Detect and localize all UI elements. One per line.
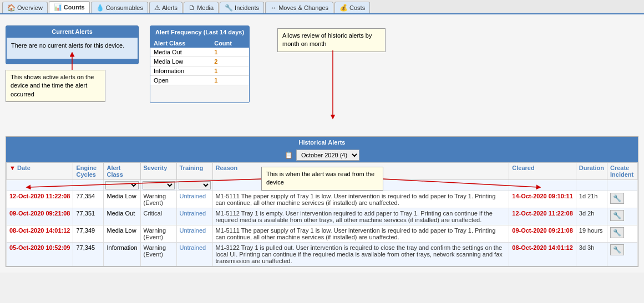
severity-filter-select[interactable] xyxy=(143,181,175,189)
row-reason: M1-5111 The paper supply of Tray 1 is lo… xyxy=(212,225,509,243)
filter-date xyxy=(7,180,73,191)
incidents-icon: 🔧 xyxy=(225,4,233,12)
table-wrapper: This is when the alert was read from the… xyxy=(6,162,638,266)
create-incident-button[interactable]: 🔧 xyxy=(610,227,624,238)
freq-class: Media Low xyxy=(150,57,211,66)
row-cleared: 08-Oct-2020 14:01:12 xyxy=(509,243,576,266)
media-icon: 🗋 xyxy=(189,4,195,12)
filter-duration xyxy=(576,180,607,191)
freq-table-row: Media Out1 xyxy=(150,48,249,57)
historical-alerts-section: Historical Alerts 📋 October 2020 (4)Sept… xyxy=(6,136,638,267)
costs-icon: 💰 xyxy=(339,4,348,12)
filter-engine xyxy=(73,180,104,191)
consumables-icon: 💧 xyxy=(96,4,104,12)
table-row: 12-Oct-2020 11:22:08 77,354 Media Low Wa… xyxy=(7,191,638,208)
count-header: Count xyxy=(211,39,249,48)
create-incident-button[interactable]: 🔧 xyxy=(610,244,624,255)
row-alertclass: Information xyxy=(104,243,140,266)
row-severity: Warning (Event) xyxy=(140,191,176,208)
create-incident-button[interactable]: 🔧 xyxy=(610,193,624,204)
filter-alertclass xyxy=(104,180,140,191)
row-create-incident[interactable]: 🔧 xyxy=(607,225,638,243)
row-duration: 1d 21h xyxy=(576,191,607,208)
row-training: Untrained xyxy=(176,225,212,243)
row-reason: M1-5112 Tray 1 is empty. User interventi… xyxy=(212,208,509,225)
row-training: Untrained xyxy=(176,243,212,266)
row-training: Untrained xyxy=(176,191,212,208)
left-annotation-box: This shows active alerts on the device a… xyxy=(6,70,105,102)
row-severity: Critical xyxy=(140,208,176,225)
alert-frequency-title: Alert Frequency (Last 14 days) xyxy=(150,26,249,39)
month-select[interactable]: October 2020 (4)September 2020August 202… xyxy=(296,150,359,161)
row-reason: M1-5111 The paper supply of Tray 1 is lo… xyxy=(212,191,509,208)
row-severity: Warning (Event) xyxy=(140,225,176,243)
row-reason: M1-3122 Tray 1 is pulled out. User inter… xyxy=(212,243,509,266)
freq-table-row: Media Low2 xyxy=(150,57,249,66)
row-alertclass: Media Low xyxy=(104,225,140,243)
row-duration: 19 hours xyxy=(576,225,607,243)
table-row: 09-Oct-2020 09:21:08 77,351 Media Out Cr… xyxy=(7,208,638,225)
table-row: 08-Oct-2020 14:01:12 77,349 Media Low Wa… xyxy=(7,225,638,243)
current-alerts-text: There are no current alerts for this dev… xyxy=(11,42,124,49)
freq-count: 1 xyxy=(211,66,249,76)
export-icon: 📋 xyxy=(285,151,293,159)
row-create-incident[interactable]: 🔧 xyxy=(607,243,638,266)
alertclass-filter-select[interactable] xyxy=(105,181,138,189)
row-severity: Warning (Event) xyxy=(140,243,176,266)
th-cleared[interactable]: Cleared xyxy=(509,163,576,180)
tab-media[interactable]: 🗋 Media xyxy=(184,2,219,13)
th-engine-cycles[interactable]: Engine Cycles xyxy=(73,163,104,180)
tab-counts[interactable]: 📊 Counts xyxy=(49,1,90,13)
freq-count: 2 xyxy=(211,57,249,66)
alerts-icon: ⚠ xyxy=(154,4,160,12)
th-date[interactable]: ▼ Date xyxy=(7,163,73,180)
historical-alerts-header: Historical Alerts xyxy=(6,137,638,148)
freq-count: 1 xyxy=(211,48,249,57)
th-duration[interactable]: Duration xyxy=(576,163,607,180)
tab-alerts[interactable]: ⚠ Alerts xyxy=(149,2,182,13)
freq-count: 1 xyxy=(211,76,249,85)
counts-icon: 📊 xyxy=(54,3,62,11)
freq-class: Media Out xyxy=(150,48,211,57)
filter-create xyxy=(607,180,638,191)
row-date: 09-Oct-2020 09:21:08 xyxy=(7,208,73,225)
tab-consumables[interactable]: 💧 Consumables xyxy=(91,2,148,13)
row-engine: 77,354 xyxy=(73,191,104,208)
historic-annotation-box: Allows review of historic alerts by mont… xyxy=(277,28,386,52)
row-alertclass: Media Low xyxy=(104,191,140,208)
tab-moves-changes[interactable]: ↔ Moves & Changes xyxy=(265,2,333,13)
row-cleared: 12-Oct-2020 11:22:08 xyxy=(509,208,576,225)
row-cleared: 14-Oct-2020 09:10:11 xyxy=(509,191,576,208)
tab-bar: 🏠 Overview 📊 Counts 💧 Consumables ⚠ Aler… xyxy=(0,0,644,14)
training-filter-select[interactable] xyxy=(179,181,211,189)
row-alertclass: Media Out xyxy=(104,208,140,225)
tab-overview[interactable]: 🏠 Overview xyxy=(2,2,48,13)
freq-table-row: Information1 xyxy=(150,66,249,76)
row-date: 12-Oct-2020 11:22:08 xyxy=(7,191,73,208)
freq-class: Open xyxy=(150,76,211,85)
alert-class-header: Alert Class xyxy=(150,39,211,48)
tab-costs[interactable]: 💰 Costs xyxy=(334,2,370,13)
alert-frequency-table: Alert Class Count Media Out1Media Low2In… xyxy=(150,39,249,85)
th-severity[interactable]: Severity xyxy=(140,163,176,180)
row-engine: 77,351 xyxy=(73,208,104,225)
moves-icon: ↔ xyxy=(270,4,277,12)
row-create-incident[interactable]: 🔧 xyxy=(607,208,638,225)
row-create-incident[interactable]: 🔧 xyxy=(607,191,638,208)
main-content: Current Alerts There are no current aler… xyxy=(0,14,644,273)
current-alerts-box: Current Alerts There are no current aler… xyxy=(6,25,139,64)
top-area: Current Alerts There are no current aler… xyxy=(6,20,638,131)
th-alert-class[interactable]: Alert Class xyxy=(104,163,140,180)
filter-severity xyxy=(140,180,176,191)
historical-controls: 📋 October 2020 (4)September 2020August 2… xyxy=(6,148,638,162)
tab-incidents[interactable]: 🔧 Incidents xyxy=(220,2,264,13)
row-training: Untrained xyxy=(176,208,212,225)
alert-frequency-box: Alert Frequency (Last 14 days) Alert Cla… xyxy=(150,25,250,103)
table-read-annotation: This is when the alert was read from the… xyxy=(261,167,383,191)
filter-cleared xyxy=(509,180,576,191)
create-incident-button[interactable]: 🔧 xyxy=(610,210,624,221)
row-engine: 77,345 xyxy=(73,243,104,266)
th-training[interactable]: Training xyxy=(176,163,212,180)
th-create-incident[interactable]: Create Incident xyxy=(607,163,638,180)
row-date: 08-Oct-2020 14:01:12 xyxy=(7,225,73,243)
